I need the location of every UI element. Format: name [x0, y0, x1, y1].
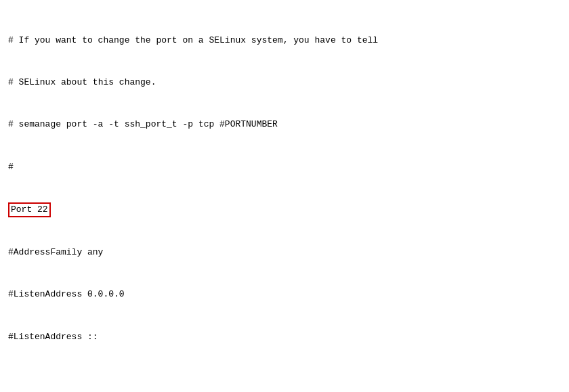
code-line-7: #ListenAddress 0.0.0.0	[8, 288, 561, 302]
code-line-6: #AddressFamily any	[8, 246, 561, 260]
code-editor: # If you want to change the port on a SE…	[0, 0, 569, 392]
code-line-9	[8, 372, 561, 387]
port-highlight: Port 22	[8, 202, 51, 217]
text-about: about	[61, 77, 87, 87]
code-line-8: #ListenAddress ::	[8, 330, 561, 345]
code-line-2: # SELinux about this change.	[8, 76, 561, 90]
code-line-1: # If you want to change the port on a SE…	[8, 34, 561, 48]
code-line-3: # semanage port -a -t ssh_port_t -p tcp …	[8, 118, 561, 132]
text-this: this	[93, 77, 114, 87]
code-line-4: #	[8, 160, 561, 175]
code-line-5: Port 22	[8, 202, 561, 217]
